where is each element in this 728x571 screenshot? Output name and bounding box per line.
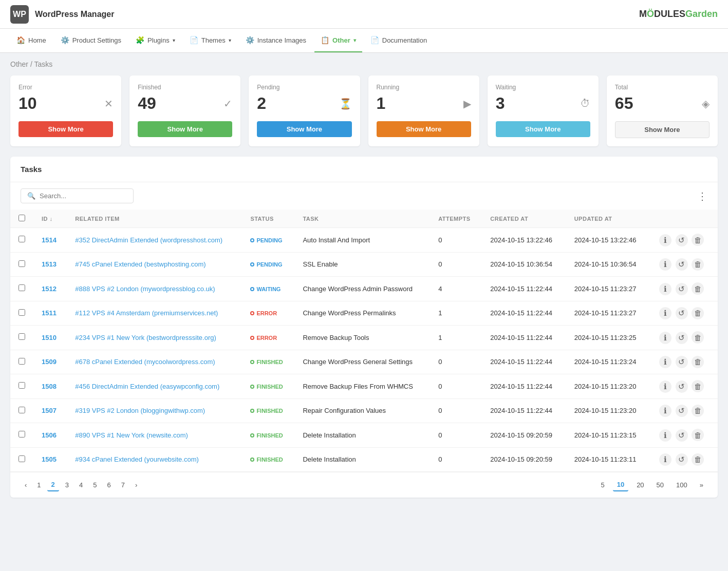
delete-icon[interactable]: 🗑 — [692, 258, 704, 271]
related-item-link[interactable]: #934 cPanel Extended (yourwebsite.com) — [75, 455, 199, 463]
select-all-checkbox[interactable] — [18, 215, 25, 221]
per-page-5[interactable]: 5 — [596, 479, 608, 491]
info-icon[interactable]: ℹ — [659, 307, 671, 319]
related-item-link[interactable]: #888 VPS #2 London (mywordpressblog.co.u… — [75, 285, 215, 293]
related-item-link[interactable]: #678 cPanel Extended (mycoolwordpress.co… — [75, 358, 215, 366]
nav-item-plugins[interactable]: 🧩 Plugins ▾ — [129, 29, 181, 52]
delete-icon[interactable]: 🗑 — [692, 356, 704, 368]
related-item-link[interactable]: #456 DirectAdmin Extended (easywpconfig.… — [75, 383, 219, 390]
page-2[interactable]: 2 — [47, 479, 59, 491]
nav-item-home[interactable]: 🏠 Home — [10, 29, 52, 52]
page-4[interactable]: 4 — [75, 479, 87, 491]
status-dot-icon — [250, 433, 254, 437]
retry-icon[interactable]: ↺ — [676, 234, 688, 246]
task-id-link[interactable]: 1514 — [42, 236, 57, 244]
show-more-pending[interactable]: Show More — [257, 121, 351, 137]
task-id-link[interactable]: 1507 — [42, 407, 57, 414]
retry-icon[interactable]: ↺ — [676, 429, 688, 442]
info-icon[interactable]: ℹ — [659, 234, 671, 246]
row-checkbox-1508[interactable] — [18, 382, 25, 389]
delete-icon[interactable]: 🗑 — [692, 307, 704, 319]
show-more-running[interactable]: Show More — [377, 121, 471, 137]
related-item-link[interactable]: #745 cPanel Extended (bestwphosting.com) — [75, 260, 206, 268]
nav-item-themes[interactable]: 📄 Themes ▾ — [183, 29, 237, 52]
nav-item-product-settings[interactable]: ⚙️ Product Settings — [54, 29, 127, 52]
delete-icon[interactable]: 🗑 — [692, 380, 704, 392]
per-page-10[interactable]: 10 — [613, 479, 628, 491]
page-3[interactable]: 3 — [61, 479, 73, 491]
retry-icon[interactable]: ↺ — [676, 258, 688, 271]
info-icon[interactable]: ℹ — [659, 283, 671, 295]
delete-icon[interactable]: 🗑 — [692, 429, 704, 441]
search-input[interactable] — [40, 192, 127, 200]
info-icon[interactable]: ℹ — [659, 380, 671, 393]
stat-label-running: Running — [377, 84, 471, 91]
related-item-link[interactable]: #352 DirectAdmin Extended (wordpresshost… — [75, 236, 222, 244]
row-checkbox-1509[interactable] — [18, 358, 25, 365]
task-id-link[interactable]: 1508 — [42, 383, 57, 390]
delete-icon[interactable]: 🗑 — [692, 453, 704, 466]
info-icon[interactable]: ℹ — [659, 453, 671, 466]
more-options-icon[interactable]: ⋮ — [697, 190, 707, 202]
show-more-waiting[interactable]: Show More — [496, 121, 590, 137]
show-more-total[interactable]: Show More — [615, 121, 710, 138]
task-id-link[interactable]: 1505 — [42, 455, 57, 463]
delete-icon[interactable]: 🗑 — [692, 331, 704, 344]
per-page-last[interactable]: » — [696, 479, 707, 491]
row-checkbox-1512[interactable] — [18, 284, 25, 291]
row-checkbox-1507[interactable] — [18, 407, 25, 413]
per-page-50[interactable]: 50 — [652, 479, 668, 491]
show-more-error[interactable]: Show More — [18, 121, 113, 137]
search-box[interactable]: 🔍 — [21, 188, 134, 203]
page-5[interactable]: 5 — [89, 479, 101, 491]
delete-icon[interactable]: 🗑 — [692, 282, 704, 295]
row-checkbox-1506[interactable] — [18, 431, 25, 437]
breadcrumb-parent: Other — [10, 60, 28, 68]
info-icon[interactable]: ℹ — [659, 405, 671, 417]
row-checkbox-1510[interactable] — [18, 333, 25, 340]
stat-card-error: Error 10 ✕ Show More — [10, 75, 121, 146]
per-page-100[interactable]: 100 — [672, 479, 692, 491]
row-checkbox-1505[interactable] — [18, 455, 25, 462]
row-checkbox-1513[interactable] — [18, 260, 25, 267]
retry-icon[interactable]: ↺ — [676, 380, 688, 393]
info-icon[interactable]: ℹ — [659, 356, 671, 368]
task-id-link[interactable]: 1510 — [42, 334, 57, 341]
per-page-20[interactable]: 20 — [632, 479, 648, 491]
task-id-link[interactable]: 1512 — [42, 285, 57, 293]
retry-icon[interactable]: ↺ — [676, 307, 688, 319]
row-attempts: 0 — [430, 228, 482, 253]
info-icon[interactable]: ℹ — [659, 332, 671, 344]
page-7[interactable]: 7 — [117, 479, 129, 491]
page-1[interactable]: 1 — [33, 479, 45, 491]
nav-item-documentation[interactable]: 📄 Documentation — [364, 29, 433, 52]
retry-icon[interactable]: ↺ — [676, 405, 688, 417]
task-id-link[interactable]: 1513 — [42, 260, 57, 268]
retry-icon[interactable]: ↺ — [676, 356, 688, 368]
related-item-link[interactable]: #112 VPS #4 Amsterdam (premiumservices.n… — [75, 309, 218, 317]
waiting-icon: ⏱ — [580, 98, 590, 109]
nav-item-other[interactable]: 📋 Other ▾ — [314, 29, 362, 52]
delete-icon[interactable]: 🗑 — [692, 405, 704, 417]
retry-icon[interactable]: ↺ — [676, 332, 688, 344]
task-id-link[interactable]: 1511 — [42, 309, 57, 317]
task-id-link[interactable]: 1509 — [42, 358, 57, 366]
row-checkbox-1514[interactable] — [18, 236, 25, 242]
retry-icon[interactable]: ↺ — [676, 283, 688, 295]
delete-icon[interactable]: 🗑 — [692, 234, 704, 246]
row-checkbox-1511[interactable] — [18, 309, 25, 316]
status-badge: PENDING — [250, 237, 282, 243]
related-item-link[interactable]: #890 VPS #1 New York (newsite.com) — [75, 431, 188, 439]
info-icon[interactable]: ℹ — [659, 258, 671, 271]
related-item-link[interactable]: #234 VPS #1 New York (bestwordpresssite.… — [75, 334, 216, 341]
page-next[interactable]: › — [131, 479, 141, 491]
show-more-finished[interactable]: Show More — [138, 121, 232, 137]
nav-item-instance-images[interactable]: ⚙️ Instance Images — [239, 29, 312, 52]
task-id-link[interactable]: 1506 — [42, 431, 57, 439]
page-prev[interactable]: ‹ — [21, 479, 31, 491]
search-icon: 🔍 — [27, 192, 35, 200]
info-icon[interactable]: ℹ — [659, 429, 671, 442]
retry-icon[interactable]: ↺ — [676, 453, 688, 466]
page-6[interactable]: 6 — [103, 479, 115, 491]
related-item-link[interactable]: #319 VPS #2 London (bloggingwithwp.com) — [75, 407, 205, 414]
